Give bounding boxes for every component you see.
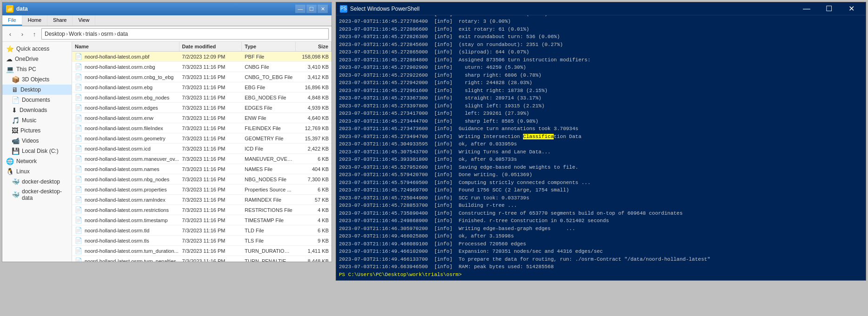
file-size: 12,769 KB: [296, 124, 331, 132]
sidebar-item-linux[interactable]: 🐧 Linux: [2, 166, 72, 177]
ps-minimize-button[interactable]: —: [796, 2, 817, 15]
sidebar-label-localdisk: Local Disk (C:): [22, 148, 59, 154]
file-row[interactable]: 📄 noord-holland-latest.osrm.tls 7/3/2023…: [72, 236, 331, 246]
file-row[interactable]: 📄 noord-holland-latest.osrm.tld 7/3/2023…: [72, 225, 331, 236]
file-type: EBG File: [242, 83, 296, 92]
sidebar-item-docker-desktop[interactable]: 🐳 docker-desktop: [2, 177, 72, 187]
file-row[interactable]: 📄 noord-holland-latest.osrm.edges 7/3/20…: [72, 103, 331, 113]
file-type: TIMESTAMP File: [242, 216, 296, 224]
col-header-size[interactable]: Size: [296, 42, 331, 51]
file-row[interactable]: 📄 noord-holland-latest.osrm.properties 7…: [72, 184, 331, 195]
file-date: 7/3/2023 11:16 PM: [179, 165, 242, 173]
file-row[interactable]: 📄 noord-holland-latest.osrm.nbg_nodes 7/…: [72, 174, 331, 184]
maximize-button[interactable]: ☐: [306, 5, 317, 13]
file-size: 4,939 KB: [296, 104, 331, 112]
ps-line: 2023-07-03T21:16:45.579469500 [info] Com…: [339, 179, 863, 187]
ps-line: 2023-07-03T21:16:46.249868900 [info] Fin…: [339, 217, 863, 225]
file-row[interactable]: 📄 noord-holland-latest.osrm.timestamp 7/…: [72, 215, 331, 225]
ps-line: 2023-07-03T21:16:49.466133700 [info] To …: [339, 256, 863, 263]
file-type: RAMINDEX File: [242, 196, 296, 204]
sidebar-item-quick-access[interactable]: ⭐ Quick access: [2, 44, 72, 54]
file-size: 6 KB: [296, 226, 331, 235]
ps-maximize-button[interactable]: ☐: [818, 2, 840, 15]
explorer-body: ⭐ Quick access ☁ OneDrive 💻 This PC 📦 3D…: [2, 42, 331, 262]
file-name: noord-holland-latest.osrm.tls: [85, 238, 149, 244]
file-name: noord-holland-latest.osrm.restrictions: [85, 207, 169, 213]
ps-line: 2023-07-03T21:16:45.304933595 [info] ok,…: [339, 140, 863, 148]
file-row[interactable]: 📄 noord-holland-latest.osrm.turn_duratio…: [72, 246, 331, 256]
tab-home[interactable]: Home: [22, 15, 47, 26]
file-name: noord-holland-latest.osrm.ebg: [85, 85, 152, 90]
file-row[interactable]: 📄 noord-holland-latest.osrm.ebg 7/3/2023…: [72, 82, 331, 92]
file-row[interactable]: 📄 noord-holland-latest.osrm.icd 7/3/2023…: [72, 144, 331, 154]
file-row[interactable]: 📄 noord-holland-latest.osrm.cnbg_to_ebg …: [72, 72, 331, 82]
file-row[interactable]: 📄 noord-holland-latest.osrm.names 7/3/20…: [72, 164, 331, 174]
explorer-title-bar: 📁 data — ☐ ✕: [2, 2, 331, 15]
file-date: 7/3/2023 11:16 PM: [179, 155, 242, 163]
sidebar-label-thispc: This PC: [16, 66, 36, 72]
localdisk-icon: 💾: [12, 147, 20, 155]
file-row[interactable]: 📄 noord-holland-latest.osrm.turn_penalti…: [72, 256, 331, 262]
file-row[interactable]: 📄 noord-holland-latest.osrm.cnbg 7/3/202…: [72, 62, 331, 72]
ribbon: File Home Share View: [2, 15, 331, 26]
file-row[interactable]: 📄 noord-holland-latest.osrm.restrictions…: [72, 205, 331, 215]
file-row[interactable]: 📄 noord-holland-latest.osrm.maneuver_ov.…: [72, 154, 331, 164]
file-row[interactable]: 📄 noord-holland-latest.osrm.enw 7/3/2023…: [72, 113, 331, 123]
close-button[interactable]: ✕: [318, 5, 328, 13]
file-row[interactable]: 📄 noord-holland-latest.osrm.fileIndex 7/…: [72, 123, 331, 133]
network-icon: 🌐: [6, 158, 14, 165]
file-name: noord-holland-latest.osrm.enw: [85, 115, 153, 121]
file-name: noord-holland-latest.osrm.turn_penalties…: [85, 258, 179, 262]
thispc-icon: 💻: [6, 66, 14, 73]
ps-line: 2023-07-03T21:16:45.735890400 [info] Con…: [339, 210, 863, 217]
ps-line: 2023-07-03T21:16:45.527952600 [info] Sav…: [339, 164, 863, 171]
sidebar-label-3dobjects: 3D Objects: [22, 76, 49, 83]
file-row[interactable]: 📄 noord-holland-latest.osm.pbf 7/2/2023 …: [72, 52, 331, 62]
sidebar-item-videos[interactable]: 📹 Videos: [2, 136, 72, 146]
file-name: noord-holland-latest.osrm.tld: [85, 228, 149, 233]
file-type: ENW File: [242, 114, 296, 122]
sidebar-item-music[interactable]: 🎵 Music: [2, 115, 72, 125]
sidebar-item-downloads[interactable]: ⬇ Downloads: [2, 105, 72, 115]
sidebar-item-localdisk[interactable]: 💾 Local Disk (C:): [2, 146, 72, 156]
file-size: 3,410 KB: [296, 63, 331, 71]
back-button[interactable]: ‹: [5, 29, 15, 39]
address-path[interactable]: Desktop › Work › trials › osrm › data: [41, 28, 329, 40]
up-button[interactable]: ↑: [29, 29, 40, 39]
sidebar-item-docker-data[interactable]: 🐳 docker-desktop-data: [2, 187, 72, 203]
forward-button[interactable]: ›: [17, 29, 27, 39]
file-date: 7/3/2023 11:16 PM: [179, 93, 242, 102]
file-rows-container: 📄 noord-holland-latest.osm.pbf 7/2/2023 …: [72, 52, 331, 262]
file-size: 2,422 KB: [296, 145, 331, 153]
file-row[interactable]: 📄 noord-holland-latest.osrm.geometry 7/3…: [72, 133, 331, 144]
file-row[interactable]: 📄 noord-holland-latest.osrm.ramIndex 7/3…: [72, 195, 331, 205]
ps-line: 2023-07-03T21:16:45.272902900 [info] utu…: [339, 64, 863, 72]
sidebar-item-network[interactable]: 🌐 Network: [2, 156, 72, 166]
file-type: NBG_NODES File: [242, 175, 296, 184]
file-type: Properties Source ...: [242, 185, 296, 194]
minimize-button[interactable]: —: [295, 5, 305, 13]
ps-line: 2023-07-03T21:16:45.307543700 [info] Wri…: [339, 148, 863, 156]
path-part-2: trials: [86, 31, 97, 37]
ps-line: 2023-07-03T21:16:49.466102000 [info] Exp…: [339, 248, 863, 256]
sidebar-item-3dobjects[interactable]: 📦 3D Objects: [2, 74, 72, 85]
tab-share[interactable]: Share: [47, 15, 73, 26]
sidebar-item-onedrive[interactable]: ☁ OneDrive: [2, 54, 72, 64]
col-header-type[interactable]: Type: [242, 42, 296, 51]
file-icon: 📄: [75, 63, 82, 70]
sidebar-item-pictures[interactable]: 🖼 Pictures: [2, 125, 72, 136]
sidebar-item-thispc[interactable]: 💻 This PC: [2, 64, 72, 74]
file-icon: 📄: [75, 176, 82, 183]
path-part-3: osrm: [101, 31, 113, 37]
tab-file[interactable]: File: [2, 15, 22, 26]
explorer-controls: — ☐ ✕: [295, 5, 328, 13]
tab-view[interactable]: View: [73, 15, 95, 26]
ps-close-button[interactable]: ✕: [841, 2, 862, 15]
sidebar-label-downloads: Downloads: [20, 107, 47, 113]
sidebar-item-desktop[interactable]: 🖥 Desktop: [2, 85, 72, 95]
sidebar-item-documents[interactable]: 📄 Documents: [2, 95, 72, 105]
file-row[interactable]: 📄 noord-holland-latest.osrm.ebg_nodes 7/…: [72, 92, 331, 103]
col-header-name[interactable]: Name: [72, 42, 179, 51]
col-header-date[interactable]: Date modified: [179, 42, 242, 51]
onedrive-icon: ☁: [6, 55, 13, 63]
